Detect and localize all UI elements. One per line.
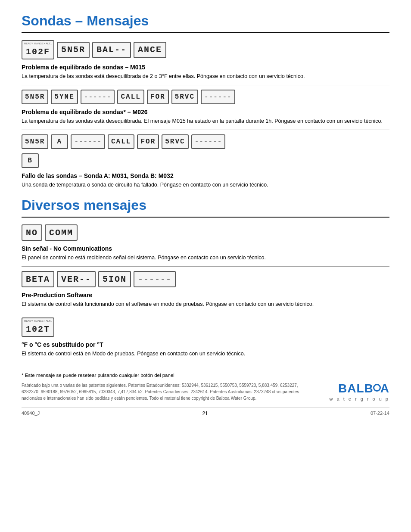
lcd-dashes-2: ------: [201, 90, 235, 104]
logo-a: A: [380, 382, 389, 395]
divider-1: [22, 85, 389, 85]
test-desc: El sistema de control está en Modo de pr…: [22, 350, 389, 358]
lcd-dashes-1: ------: [81, 90, 115, 104]
m026-desc: La temperatura de las sondas está desequ…: [22, 117, 389, 125]
divider-4: [22, 313, 389, 313]
lcd-5yne: 5YNE: [51, 90, 78, 104]
logo-subtitle: w a t e r g r o u p: [329, 396, 389, 401]
lcd-5n5r-2: 5N5R: [22, 90, 48, 104]
lcd-102f-text: 102F: [26, 47, 50, 57]
beta-section: Pre-Production Software El sistema de co…: [22, 292, 389, 308]
lcd-call-2: CALL: [108, 134, 134, 149]
nocomm-desc: El panel de control no está recibiendo s…: [22, 254, 389, 262]
m015-desc: La temperatura de las sondas está desequ…: [22, 72, 389, 81]
lcd-indicators: READY RANGE • ALT1: [24, 42, 52, 45]
divider-2: [22, 130, 389, 130]
lcd-5rvc-1: 5RVC: [171, 90, 198, 104]
beta-desc: El sistema de control está funcionando c…: [22, 300, 389, 308]
m015-section: Problema de equilibrado de sondas – M015…: [22, 64, 389, 81]
footnote-text: * Este mensaje se puede resetear pulsand…: [22, 373, 314, 378]
patent-text: Fabricado bajo una o varias de las paten…: [22, 382, 314, 401]
m026-display-row: 5N5R 5YNE ------ CALL FOR 5RVC ------: [22, 90, 389, 104]
doc-date: 07-22-14: [371, 411, 389, 417]
section2-title: Diversos mensajes: [22, 197, 389, 213]
lcd-for-1: FOR: [147, 90, 169, 104]
nocomm-display-row: NO COMM: [22, 224, 389, 241]
doc-number: 40940_J: [22, 411, 40, 417]
test-display-row: READY RANGE • ALT1 102T: [22, 317, 389, 337]
range-indicator: RANGE • ALT1: [34, 42, 52, 45]
lcd-beta: BETA: [22, 271, 54, 287]
lcd-5n5r-3: 5N5R: [22, 134, 48, 149]
lcd-5ion: 5ION: [98, 271, 131, 287]
nocomm-section: Sin señal - No Communications El panel d…: [22, 245, 389, 262]
lcd-5rvc-2: 5RVC: [162, 134, 188, 149]
lcd-102f: READY RANGE • ALT1 102F: [22, 40, 54, 59]
lcd-indicators-2: READY RANGE • ALT1: [24, 320, 52, 322]
lcd-for-2: FOR: [137, 134, 159, 149]
divider-3: [22, 266, 389, 267]
lcd-102t: READY RANGE • ALT1 102T: [22, 317, 54, 337]
test-title: °F o °C es substituido por °T: [22, 341, 389, 348]
section1-divider: [22, 32, 389, 33]
logo-circle: [373, 384, 381, 392]
ready-indicator-2: READY: [24, 320, 33, 322]
lcd-dashes-4: ------: [191, 134, 226, 149]
lcd-b: B: [22, 153, 39, 168]
m031-desc: Una sonda de temperatura o sonda de circ…: [22, 181, 389, 189]
lcd-call-1: CALL: [117, 90, 144, 104]
section2-divider: [22, 217, 389, 218]
logo-area: BALB A w a t e r g r o u p: [329, 382, 389, 401]
nocomm-title: Sin señal - No Communications: [22, 245, 389, 252]
lcd-dashes-5: ------: [134, 271, 176, 287]
footnote-area: * Este mensaje se puede resetear pulsand…: [22, 367, 314, 401]
balboa-logo: BALB A: [338, 382, 389, 395]
lcd-5n5r-1: 5N5R: [57, 42, 90, 58]
m026-section: Problema de equilibrado de sondas* – M02…: [22, 109, 389, 125]
m031-display-row1: 5N5R A ------ CALL FOR 5RVC ------: [22, 134, 389, 149]
logo-balb: BALB: [338, 382, 374, 395]
m015-display-row: READY RANGE • ALT1 102F 5N5R BAL-- ANCE: [22, 40, 389, 59]
m031-section: Fallo de las sondas – Sonda A: M031, Son…: [22, 172, 389, 189]
lcd-no: NO: [22, 224, 42, 241]
beta-display-row: BETA VER-- 5ION ------: [22, 271, 389, 287]
m015-title: Problema de equilibrado de sondas – M015: [22, 64, 389, 71]
m026-title: Problema de equilibrado de sondas* – M02…: [22, 109, 389, 115]
test-section: °F o °C es substituido por °T El sistema…: [22, 341, 389, 358]
lcd-ver: VER--: [57, 271, 96, 287]
ready-indicator: READY: [24, 42, 33, 45]
lcd-ance: ANCE: [134, 42, 166, 58]
range-indicator-2: RANGE • ALT1: [34, 320, 52, 322]
lcd-102t-text: 102T: [26, 324, 50, 334]
lcd-bal: BAL--: [92, 42, 131, 58]
beta-title: Pre-Production Software: [22, 292, 389, 299]
page-number: 21: [202, 411, 208, 417]
lcd-comm: COMM: [45, 224, 78, 241]
m031-display-row2: B: [22, 153, 389, 168]
m031-title: Fallo de las sondas – Sonda A: M031, Son…: [22, 172, 389, 179]
lcd-dashes-3: ------: [71, 134, 105, 149]
lcd-a: A: [51, 134, 68, 149]
section1-title: Sondas – Mensajes: [22, 13, 389, 29]
